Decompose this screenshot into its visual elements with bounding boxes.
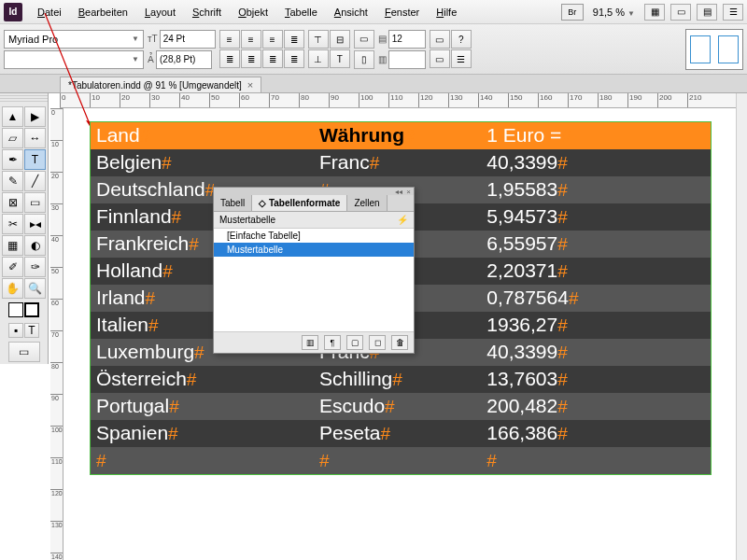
columns-input[interactable]: 12 <box>388 30 426 49</box>
table-cell[interactable]: # <box>91 447 314 474</box>
scissors-tool[interactable]: ✂ <box>2 214 23 234</box>
table-cell[interactable]: Escudo# <box>314 393 481 420</box>
panel-tab-tabelle[interactable]: Tabell <box>214 195 252 211</box>
align-left-button[interactable]: ≡ <box>219 30 240 49</box>
table-cell[interactable]: Österreich# <box>91 366 314 393</box>
apply-color-button[interactable]: ▪ <box>8 323 23 338</box>
view-options-icon[interactable]: ▦ <box>644 4 665 21</box>
fill-swatch[interactable] <box>8 302 23 317</box>
line-tool[interactable]: ╱ <box>24 171 46 191</box>
screen-mode-icon[interactable]: ▭ <box>670 4 691 21</box>
atleast-row-button[interactable]: ▭ <box>430 49 450 68</box>
stroke-swatch[interactable] <box>24 302 39 317</box>
note-tool[interactable]: ✐ <box>2 257 23 277</box>
font-family-select[interactable]: Myriad Pro▼ <box>4 30 144 49</box>
font-size-input[interactable]: 24 Pt <box>160 30 216 49</box>
page-tool[interactable]: ▱ <box>2 128 23 148</box>
rows-input[interactable] <box>388 50 426 69</box>
eyedropper-tool[interactable]: ✑ <box>24 257 46 277</box>
exact-row-button[interactable]: ▭ <box>430 30 450 49</box>
table-cell[interactable]: Spanien# <box>91 420 314 447</box>
table-row[interactable]: Belgien#Franc#40,3399# <box>91 149 711 176</box>
split-cells-button[interactable]: ▯ <box>354 50 374 69</box>
bridge-button[interactable]: Br <box>561 4 584 21</box>
arrange-icon[interactable]: ▤ <box>697 4 717 21</box>
table-cell[interactable]: # <box>481 447 711 474</box>
table-cell[interactable]: 1,95583# <box>481 176 711 203</box>
flash-icon[interactable]: ⚡ <box>397 215 408 225</box>
free-transform-tool[interactable]: ▸◂ <box>24 214 46 234</box>
font-style-select[interactable]: ▼ <box>4 50 144 69</box>
table-cell[interactable]: 13,7603# <box>481 366 711 393</box>
justify-center-button[interactable]: ≣ <box>241 49 261 68</box>
gradient-feather-tool[interactable]: ◐ <box>24 235 46 256</box>
zoom-tool[interactable]: 🔍 <box>24 278 46 299</box>
selection-tool[interactable]: ▲ <box>2 106 23 127</box>
style-list-item[interactable]: Mustertabelle <box>214 243 414 257</box>
page-preview[interactable] <box>685 29 743 70</box>
document-tab[interactable]: *Tabulatoren.indd @ 91 % [Umgewandelt] × <box>60 77 261 92</box>
panel-tab-tabellenformate[interactable]: ◇ Tabellenformate <box>252 195 347 211</box>
table-row[interactable]: ### <box>91 447 711 474</box>
table-cell[interactable]: 40,3399# <box>481 339 711 366</box>
search-icon[interactable]: ☰ <box>723 4 743 21</box>
align-right-button[interactable]: ≡ <box>262 30 283 49</box>
menu-objekt[interactable]: Objekt <box>231 4 275 21</box>
table-cell[interactable]: 6,55957# <box>481 231 711 258</box>
menu-schrift[interactable]: Schrift <box>185 4 229 21</box>
justify-right-button[interactable]: ≣ <box>262 49 283 68</box>
gap-tool[interactable]: ↔ <box>24 128 46 148</box>
new-style-button[interactable]: ◻ <box>369 335 386 350</box>
pencil-tool[interactable]: ✎ <box>2 171 23 191</box>
apply-none-button[interactable]: T <box>24 323 39 338</box>
menu-hilfe[interactable]: Hilfe <box>429 4 464 21</box>
table-cell[interactable]: # <box>314 447 481 474</box>
table-header[interactable]: Land# <box>91 122 314 149</box>
align-center-button[interactable]: ≡ <box>241 30 261 49</box>
menu-datei[interactable]: Datei <box>30 4 69 21</box>
view-mode-button[interactable]: ▭ <box>8 342 40 362</box>
table-cell[interactable]: 166,386# <box>481 420 711 447</box>
zoom-level[interactable]: 91,5 % ▼ <box>589 7 639 18</box>
direct-selection-tool[interactable]: ▶ <box>24 106 46 127</box>
menu-layout[interactable]: Layout <box>137 4 183 21</box>
table-cell[interactable]: Franc# <box>314 149 481 176</box>
menu-tabelle[interactable]: Tabelle <box>277 4 325 21</box>
table-row[interactable]: Spanien#Peseta#166,386# <box>91 420 711 447</box>
close-tab-icon[interactable]: × <box>247 79 253 91</box>
align-middle-button[interactable]: ⊟ <box>330 30 350 49</box>
menu-fenster[interactable]: Fenster <box>377 4 427 21</box>
table-header[interactable]: 1 Euro =# <box>481 122 711 149</box>
table-cell[interactable]: Peseta# <box>314 420 481 447</box>
table-cell[interactable]: 1936,27# <box>481 312 711 339</box>
align-bottom-button[interactable]: ⊥ <box>308 49 329 68</box>
pen-tool[interactable]: ✒ <box>2 149 23 170</box>
panel-tab-zellen[interactable]: Zellen <box>347 195 387 211</box>
clear-override-button[interactable]: ¶ <box>324 335 341 350</box>
table-cell[interactable]: Belgien# <box>91 149 314 176</box>
type-tool[interactable]: T <box>24 149 46 170</box>
menu-bearbeiten[interactable]: Bearbeiten <box>71 4 135 21</box>
panel-menu-button[interactable]: ☰ <box>451 49 472 68</box>
table-cell[interactable]: 200,482# <box>481 393 711 420</box>
quickapply-button[interactable]: ? <box>451 30 472 49</box>
panel-collapse-icon[interactable]: ◂◂ <box>395 188 402 196</box>
toolbox-grip[interactable] <box>0 95 48 103</box>
panel-close-icon[interactable]: × <box>406 188 411 196</box>
rectangle-frame-tool[interactable]: ⊠ <box>2 192 23 213</box>
justify-all-button[interactable]: ≣ <box>284 49 304 68</box>
table-cell[interactable]: Schilling# <box>314 366 481 393</box>
table-cell[interactable]: 5,94573# <box>481 203 711 231</box>
table-styles-panel[interactable]: ◂◂ × Tabell ◇ Tabellenformate Zellen Mus… <box>213 187 415 354</box>
gradient-swatch-tool[interactable]: ▦ <box>2 235 23 256</box>
table-row[interactable]: Österreich#Schilling#13,7603# <box>91 366 711 393</box>
justify-button[interactable]: ≣ <box>284 30 304 49</box>
table-header[interactable]: Währung# <box>314 122 481 149</box>
hand-tool[interactable]: ✋ <box>2 278 23 299</box>
table-cell[interactable]: 0,787564# <box>481 285 711 312</box>
leading-input[interactable]: (28,8 Pt) <box>156 50 212 69</box>
table-cell[interactable]: Portugal# <box>91 393 314 420</box>
table-cell[interactable]: 40,3399# <box>481 149 711 176</box>
delete-style-button[interactable]: 🗑 <box>391 335 408 350</box>
menu-ansicht[interactable]: Ansicht <box>327 4 375 21</box>
